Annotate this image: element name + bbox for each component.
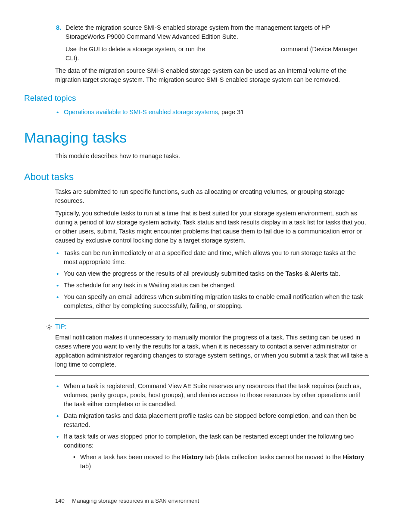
list-item: Data migration tasks and data placement … (55, 411, 369, 429)
nested-b1: History (182, 454, 203, 460)
b2-bold: Tasks & Alerts (285, 270, 328, 277)
para-after-step: The data of the migration source SMI-S e… (0, 66, 411, 84)
step-number: 8. (51, 23, 61, 63)
lightbulb-icon (46, 324, 53, 330)
ordered-step-8: 8. Delete the migration source SMI-S ena… (65, 23, 369, 63)
nested-b2: History (342, 454, 364, 460)
page-number: 140 (55, 498, 65, 504)
document-page: 8. Delete the migration source SMI-S ena… (0, 0, 411, 532)
section-intro-text: This module describes how to manage task… (55, 152, 369, 161)
list-item: Tasks can be run immediately or at a spe… (55, 249, 369, 267)
svg-line-5 (47, 325, 48, 325)
tip-label: TIP: (55, 322, 67, 331)
about-p1: Tasks are submitted to run specific func… (55, 187, 369, 205)
nested-post: tab) (80, 463, 91, 470)
list-item: You can view the progress or the results… (55, 269, 369, 278)
section-intro: This module describes how to manage task… (0, 152, 411, 161)
tip-body: Email notification makes it unnecessary … (55, 333, 369, 369)
svg-point-0 (48, 325, 50, 327)
step-8-body: Delete the migration source SMI-S enable… (65, 24, 330, 40)
tip-callout: TIP: Email notification makes it unneces… (55, 318, 369, 376)
list-item: The schedule for any task in a Waiting s… (55, 281, 369, 290)
about-bullet-list-2: When a task is registered, Command View … (55, 382, 369, 471)
related-topics-heading: Related topics (0, 92, 411, 104)
related-link[interactable]: Operations available to SMI-S enabled st… (64, 109, 218, 115)
b3-text: If a task fails or was stopped prior to … (64, 433, 354, 449)
step-8-block: 8. Delete the migration source SMI-S ena… (0, 23, 411, 63)
about-bullet-list-1: Tasks can be run immediately or at a spe… (55, 249, 369, 311)
about-tasks-body: Tasks are submitted to run specific func… (0, 187, 411, 471)
step-text: Delete the migration source SMI-S enable… (65, 23, 369, 63)
about-p2: Typically, you schedule tasks to run at … (55, 209, 369, 245)
related-item: Operations available to SMI-S enabled st… (55, 108, 369, 117)
list-item: If a task fails or was stopped prior to … (55, 432, 369, 471)
svg-line-6 (50, 325, 51, 325)
related-topics-list: Operations available to SMI-S enabled st… (0, 108, 411, 117)
b2-pre: You can view the progress or the results… (64, 270, 285, 277)
nested-pre: When a task has been moved to the (80, 454, 182, 460)
migration-note: The data of the migration source SMI-S e… (55, 66, 369, 84)
nested-mid: tab (data collection tasks cannot be mov… (203, 454, 342, 460)
tip-header: TIP: (55, 322, 369, 331)
list-item: You can specify an email address when su… (55, 292, 369, 311)
page-footer: 140 Managing storage resources in a SAN … (55, 497, 199, 505)
sub-pre: Use the GUI to delete a storage system, … (65, 46, 207, 53)
b2-post: tab. (328, 270, 340, 277)
list-item: When a task is registered, Command View … (55, 382, 369, 409)
related-link-suffix: , page 31 (218, 109, 244, 115)
svg-line-7 (47, 328, 48, 328)
nested-conditions-list: When a task has been moved to the Histor… (64, 453, 369, 471)
list-item: When a task has been moved to the Histor… (72, 453, 369, 471)
svg-line-8 (50, 328, 51, 328)
section-heading-managing-tasks: Managing tasks (0, 127, 411, 148)
footer-title: Managing storage resources in a SAN envi… (72, 498, 199, 504)
subsection-heading-about-tasks: About tasks (0, 170, 411, 184)
step-8-subpara: Use the GUI to delete a storage system, … (65, 45, 369, 63)
